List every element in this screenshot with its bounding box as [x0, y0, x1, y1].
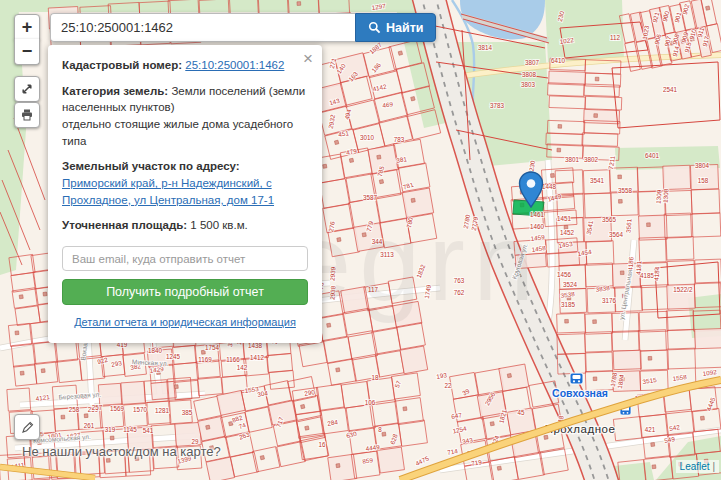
- diagonal-arrows-icon: [20, 82, 34, 96]
- land-category-row: Категория земель: Земли поселений (земли…: [62, 83, 308, 150]
- parcel-number-label: 3801: [565, 156, 580, 163]
- parcel-number-label: 1308: [661, 188, 669, 203]
- pencil-icon: [20, 420, 35, 435]
- zoom-out-button[interactable]: −: [14, 39, 40, 65]
- parcel-number-label: 4186: [626, 256, 634, 271]
- parcel-number-label: 16: [318, 441, 326, 448]
- cadastral-map-app: 1297188723010221121023921900901902906907…: [0, 0, 721, 480]
- parcel-number-label: 3802: [584, 156, 599, 163]
- parcel-number-label: 2541: [663, 86, 678, 93]
- report-details-link[interactable]: Детали отчета и юридическая информация: [74, 316, 296, 328]
- parcel-number-label: 142: [237, 364, 248, 371]
- parcel-number-label: 3176: [602, 297, 617, 304]
- address-label: Земельный участок по адресу:: [62, 160, 240, 172]
- search-icon: [368, 21, 381, 34]
- attribution-separator: |: [712, 461, 715, 472]
- parcel-number-label: 22: [444, 382, 452, 389]
- print-button[interactable]: [14, 102, 40, 128]
- address-link[interactable]: Приморский край, р-н Надеждинский, с Про…: [62, 177, 274, 206]
- area-value: 1 500 кв.м.: [190, 219, 247, 231]
- parcel-number-label: 3010: [360, 134, 375, 141]
- land-category-label: Категория земель:: [62, 85, 168, 97]
- search-button-label: Найти: [386, 21, 423, 35]
- leaflet-link[interactable]: Leaflet: [680, 461, 710, 472]
- parcel-number-label: 3185: [561, 301, 576, 308]
- parcel-number-label: 1569: [110, 405, 125, 412]
- land-category-extra: отдельно стоящие жилые дома усадебного т…: [62, 118, 293, 147]
- parcel-number-label: 1438: [248, 342, 263, 349]
- parcel-number-label: 1451: [557, 215, 572, 222]
- draw-button[interactable]: [14, 414, 40, 440]
- parcel-number-label: 261: [84, 422, 95, 429]
- parcel-number-label: 1448: [542, 183, 557, 190]
- map-hint: Не нашли участок/дом на карте?: [22, 444, 221, 459]
- parcel-number-label: 541: [143, 427, 154, 434]
- parcel-number-label: 3541: [590, 177, 605, 184]
- parcel-number-label: 319: [105, 426, 116, 433]
- parcel-number-label: 3783: [490, 102, 505, 109]
- area-label: Уточненная площадь:: [62, 219, 187, 231]
- parcel-number-label: 3807: [525, 59, 540, 66]
- close-icon[interactable]: ×: [303, 50, 313, 67]
- parcel-number-label: 1412: [250, 354, 265, 361]
- cadastral-number-row: Кадастровый номер: 25:10:250001:1462: [62, 57, 308, 74]
- parcel-number-label: 45: [517, 409, 525, 416]
- parcel-number-label: 112: [610, 34, 621, 41]
- parcel-number-label: 18: [371, 374, 379, 381]
- map-attribution: Leaflet |: [676, 460, 719, 473]
- parcel-number-label: 257: [92, 404, 103, 411]
- address-row: Земельный участок по адресу: Приморский …: [62, 158, 308, 208]
- parcel-number-label: 1452: [560, 229, 575, 236]
- parcel-number-label: 1145: [123, 426, 137, 433]
- area-row: Уточненная площадь: 1 500 кв.м.: [62, 217, 308, 234]
- parcel-number-label: 1840: [148, 347, 163, 354]
- station-name-label: Совхозная: [552, 387, 608, 399]
- parcel-number-label: 1169: [198, 356, 212, 363]
- get-report-button[interactable]: Получить подробный отчет: [62, 279, 308, 305]
- parcel-number-label: 3803: [521, 81, 536, 88]
- parcel-number-label: 783: [394, 136, 405, 143]
- parcel-number-label: 4184: [652, 266, 660, 281]
- parcel-number-label: 1281: [155, 407, 170, 414]
- measure-button[interactable]: [14, 76, 40, 102]
- parcel-number-label: 158: [698, 177, 709, 184]
- search-bar: Найти: [50, 13, 436, 42]
- train-station-icon[interactable]: [570, 373, 583, 384]
- parcel-number-label: 8: [378, 426, 382, 433]
- parcel-number-label: 3524: [563, 281, 578, 288]
- parcel-number-label: 3558: [618, 187, 633, 194]
- search-button[interactable]: Найти: [355, 13, 436, 42]
- watermark: egrn: [290, 200, 542, 323]
- parcel-number-label: 3814: [478, 44, 493, 51]
- parcel-number-label: 3561: [624, 218, 632, 233]
- parcel-number-label: 1754: [205, 344, 220, 351]
- parcel-number-label: 1570: [133, 406, 148, 413]
- email-field[interactable]: [62, 246, 308, 271]
- zoom-in-button[interactable]: +: [14, 14, 40, 40]
- info-panel: × Кадастровый номер: 25:10:250001:1462 К…: [48, 45, 322, 343]
- parcel-number-label: 3808: [522, 71, 537, 78]
- parcel-number-label: 6401: [645, 152, 660, 159]
- parcel-number-label: 1245: [166, 353, 181, 360]
- parcel-number-label: 1522/2: [673, 286, 693, 293]
- cadastral-number-link[interactable]: 25:10:250001:1462: [185, 59, 284, 71]
- printer-icon: [20, 108, 34, 122]
- parcel-number-label: 258: [69, 406, 80, 413]
- cadastral-number-label: Кадастровый номер:: [62, 59, 182, 71]
- parcel-number-label: 421: [645, 426, 656, 433]
- parcel-number-label: 1456: [557, 271, 572, 278]
- search-input[interactable]: [50, 13, 355, 42]
- parcel-number-label: 106: [365, 399, 376, 406]
- parcel-number-label: 6410: [551, 57, 566, 64]
- parcel-number-label: 3804: [695, 162, 710, 169]
- parcel-number-label: 1166: [226, 356, 240, 363]
- parcel-number-label: 1309: [654, 189, 662, 204]
- parcel-number-label: 385: [182, 409, 193, 416]
- parcel-number-label: 3565: [602, 216, 617, 223]
- parcel-number-label: 3564: [609, 231, 624, 238]
